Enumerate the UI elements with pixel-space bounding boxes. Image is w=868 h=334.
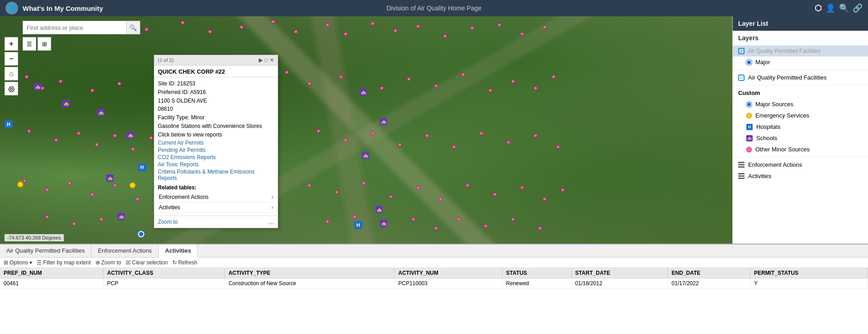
activities-grid-icon — [738, 173, 745, 179]
layer-major[interactable]: Major — [733, 56, 868, 68]
table-row[interactable]: 00461 PCP Construction of New Source PCP… — [0, 278, 868, 289]
grid-view-button[interactable]: ⊞ — [38, 37, 51, 51]
options-dropdown[interactable]: ⊞ Options ▾ — [4, 259, 32, 266]
bottom-toolbar: ⊞ Options ▾ ☰ Filter by map extent ⊕ Zoo… — [0, 258, 868, 268]
layer-aqpf2-checkbox[interactable] — [738, 75, 745, 81]
popup-link-air-toxic[interactable]: Air Toxic Reports — [158, 161, 274, 168]
layer-divider — [733, 70, 868, 70]
filter-by-extent-button[interactable]: ☰ Filter by map extent — [37, 259, 90, 266]
popup-link-criteria[interactable]: Criteria Pollutants & Methane Emissions … — [158, 169, 274, 181]
app-title: What's In My Community — [23, 5, 103, 12]
tab-aqpf[interactable]: Air Quality Permitted Facilities — [0, 245, 91, 257]
enforcement-actions-label: Enforcement Actions — [159, 194, 209, 200]
col-pref-id[interactable]: PREF_ID_NUM — [0, 268, 103, 278]
popup-title: QUICK CHEK CORP #22 — [154, 66, 278, 77]
layer-enforcement[interactable]: Enforcement Actions — [733, 159, 868, 170]
clear-icon: ☒ — [126, 259, 131, 266]
clear-selection-button[interactable]: ☒ Clear selection — [126, 259, 168, 266]
layer-hospitals-label: Hospitals — [756, 123, 780, 130]
top-nav: 🌐 What's In My Community Division of Air… — [0, 0, 868, 16]
filter-label: Filter by map extent — [43, 259, 90, 266]
zoom-to-button[interactable]: ⊕ Zoom to — [95, 259, 121, 266]
profile-nav-icon[interactable]: 🔍 — [839, 3, 849, 13]
col-end-date[interactable]: END_DATE — [668, 268, 750, 278]
popup-more-button[interactable]: ... — [268, 218, 274, 226]
layer-divider3 — [733, 157, 868, 157]
col-start-date[interactable]: START_DATE — [571, 268, 668, 278]
tab-activities[interactable]: Activities — [159, 245, 198, 258]
options-grid-icon: ⊞ — [4, 259, 8, 266]
layer-hospitals[interactable]: H Hospitals — [733, 121, 868, 132]
major-sources-dot-icon — [746, 102, 752, 107]
list-view-button[interactable]: ☰ — [23, 37, 36, 51]
popup-minimize-button[interactable]: □ — [265, 57, 268, 63]
popup-link-co2[interactable]: CO2 Emissions Reports — [158, 154, 274, 160]
filter-icon: ☰ — [37, 259, 42, 266]
map-roads — [0, 16, 732, 244]
layer-aqpf-checkbox[interactable] — [738, 48, 745, 54]
app-logo: 🌐 — [5, 2, 18, 14]
popup-address: 1100 S OLDEN AVE — [158, 97, 274, 105]
map-tools: ☰ ⊞ — [23, 37, 51, 51]
layer-emergency-label: Emergency Services — [755, 112, 809, 119]
clear-label: Clear selection — [132, 259, 168, 266]
tab-enforcement[interactable]: Enforcement Actions — [91, 245, 158, 257]
map-container[interactable]: H H H 🏫 🏫 🏫 🏫 🏫 🏫 🏫 🏫 🏫 🏫 🏫 — [0, 16, 732, 244]
layer-schools[interactable]: 🏫 Schools — [733, 132, 868, 144]
locate-button[interactable]: ◎ — [5, 82, 18, 95]
home-button[interactable]: ⌂ — [5, 67, 18, 80]
popup-facility-type: Facility Type: Minor — [158, 114, 274, 122]
schools-dot-icon: 🏫 — [746, 135, 753, 141]
minor-dot-icon — [746, 147, 752, 152]
zoom-out-button[interactable]: − — [5, 52, 18, 66]
nav-icons: ⬡ 👤 🔍 🔗 — [815, 3, 863, 13]
search-input[interactable] — [23, 21, 127, 34]
layer-emergency[interactable]: Emergency Services — [733, 110, 868, 121]
layer-aqpf-highlighted[interactable]: Air Quality Permitted Facilities — [733, 46, 868, 56]
popup-site-id: Site ID: 218253 — [158, 80, 274, 88]
layer-major-label: Major — [755, 59, 770, 66]
popup-link-pending-permits[interactable]: Pending Air Permits — [158, 147, 274, 153]
popup-controls: ▶ □ ✕ — [259, 57, 274, 63]
col-activity-type[interactable]: ACTIVITY_TYPE — [225, 268, 394, 278]
popup-nav-label: (1 of 2) — [158, 57, 174, 63]
bottom-tabs: Air Quality Permitted Facilities Enforce… — [0, 245, 868, 258]
col-activity-num[interactable]: ACTIVITY_NUM — [394, 268, 502, 278]
search-bar: 🔍 — [23, 21, 140, 34]
page-subtitle: Division of Air Quality Home Page — [386, 5, 481, 12]
layer-activities-label: Activities — [748, 173, 771, 179]
user-nav-icon[interactable]: 👤 — [825, 3, 835, 13]
cell-activity-num: PCP110003 — [394, 278, 502, 289]
layer-major-sources[interactable]: Major Sources — [733, 99, 868, 110]
refresh-label: Refresh — [178, 259, 197, 266]
search-button[interactable]: 🔍 — [127, 21, 140, 34]
custom-label: Custom — [738, 89, 760, 96]
map-sidebar-row: H H H 🏫 🏫 🏫 🏫 🏫 🏫 🏫 🏫 🏫 🏫 🏫 — [0, 16, 868, 244]
enforcement-chevron-icon — [271, 194, 273, 200]
cell-start-date: 01/18/2012 — [571, 278, 668, 289]
refresh-button[interactable]: ↻ Refresh — [172, 259, 197, 266]
popup-close-button[interactable]: ✕ — [270, 57, 274, 63]
coordinates-display: -74.673 40.268 Degrees — [5, 234, 64, 241]
share-nav-icon[interactable]: 🔗 — [853, 3, 863, 13]
custom-section-label: Custom — [733, 87, 868, 99]
layer-other-minor[interactable]: Other Minor Sources — [733, 144, 868, 155]
layers-nav-icon[interactable]: ⬡ — [815, 3, 822, 13]
layer-enforcement-label: Enforcement Actions — [748, 161, 802, 168]
enforcement-actions-row[interactable]: Enforcement Actions — [158, 192, 274, 202]
layer-aqpf-second[interactable]: Air Quality Permitted Facilities — [733, 72, 868, 83]
activities-chevron-icon — [271, 204, 273, 211]
sidebar-section-title: Layers — [733, 31, 868, 46]
popup-play-button[interactable]: ▶ — [259, 57, 263, 63]
activities-row[interactable]: Activities — [158, 202, 274, 213]
popup-preferred-id: Preferred ID: A5916 — [158, 89, 274, 96]
layer-activities[interactable]: Activities — [733, 170, 868, 182]
col-permit-status[interactable]: PERMIT_STATUS — [750, 268, 868, 278]
popup-click-label: Click below to view reports — [158, 131, 274, 139]
popup-zoom-link[interactable]: Zoom to — [158, 219, 178, 225]
cell-activity-class: PCP — [103, 278, 224, 289]
popup-link-current-permits[interactable]: Current Air Permits — [158, 140, 274, 146]
col-activity-class[interactable]: ACTIVITY_CLASS — [103, 268, 224, 278]
zoom-in-button[interactable]: + — [5, 37, 18, 51]
col-status[interactable]: STATUS — [502, 268, 571, 278]
